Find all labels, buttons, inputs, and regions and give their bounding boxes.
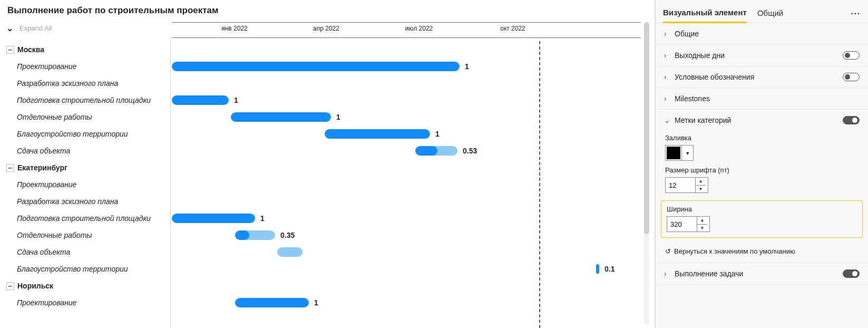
gantt-bar-progress	[415, 146, 437, 156]
section-common: › Общие	[656, 23, 868, 45]
gantt-bar-progress	[172, 214, 255, 223]
section-title: Метки категорий	[675, 116, 731, 124]
task-row[interactable]: Разработка эскизного плана	[6, 75, 170, 92]
toggle-weekends[interactable]	[843, 51, 860, 60]
section-title: Выходные дни	[675, 51, 725, 60]
visual-main: Выполнение работ по строительным проекта…	[0, 0, 655, 328]
stepper-icon[interactable]: ▲▼	[697, 217, 707, 231]
group-label: Екатеринбург	[17, 163, 67, 172]
gantt-bar[interactable]	[231, 112, 331, 122]
panel-tabs: Визуальный элемент Общий ···	[656, 0, 868, 23]
gantt-lane	[172, 176, 641, 193]
collapse-icon[interactable]: −	[6, 282, 14, 290]
gantt-bar[interactable]	[172, 214, 255, 223]
gantt-bar-progress	[325, 129, 430, 139]
collapse-icon[interactable]: −	[6, 164, 14, 172]
section-header-legend[interactable]: › Условные обозначения	[656, 66, 868, 88]
gantt-bar[interactable]	[596, 264, 599, 274]
gantt-lane	[172, 193, 641, 210]
bar-value-label: 0.53	[463, 146, 477, 156]
gantt-bar[interactable]	[172, 62, 460, 71]
font-size-value[interactable]	[666, 178, 695, 192]
collapse-icon[interactable]: −	[6, 46, 14, 54]
bar-value-label: 1	[234, 95, 238, 105]
section-header-category-labels[interactable]: ⌄ Метки категорий	[656, 110, 868, 131]
toggle-task-completion[interactable]	[843, 269, 860, 278]
task-row[interactable]: Сдача объекта	[6, 142, 170, 159]
gantt-bar[interactable]	[235, 298, 309, 307]
toggle-category-labels[interactable]	[843, 116, 860, 124]
bar-value-label: 1	[435, 129, 440, 139]
tab-general[interactable]: Общий	[757, 5, 783, 22]
chevron-right-icon: ›	[664, 94, 671, 103]
group-label: Норильск	[17, 282, 53, 290]
format-panel: Визуальный элемент Общий ··· › Общие › В…	[655, 0, 868, 328]
gantt-lane	[172, 159, 641, 176]
gantt-lane: 0.35	[172, 227, 641, 244]
font-size-label: Размер шрифта (пт)	[665, 166, 859, 174]
fill-color-picker[interactable]: ▾	[665, 145, 694, 161]
category-column: −МоскваПроектированиеРазработка эскизног…	[6, 38, 171, 328]
section-legend: › Условные обозначения	[656, 66, 868, 88]
section-body-width: Ширина ▲▼	[661, 200, 863, 238]
task-row[interactable]: Проектирование	[6, 294, 170, 311]
gantt-lane: 0.1	[172, 261, 641, 277]
section-header-weekends[interactable]: › Выходные дни	[656, 45, 868, 66]
chevron-right-icon: ›	[664, 269, 671, 278]
chart-title: Выполнение работ по строительным проекта…	[0, 0, 655, 19]
task-row[interactable]: Благоустройство территории	[6, 126, 170, 142]
gantt-bar[interactable]	[172, 95, 229, 105]
section-title: Условные обозначения	[675, 73, 754, 81]
font-size-input[interactable]: ▲▼	[665, 177, 708, 193]
bar-value-label: 0.35	[280, 230, 295, 240]
task-row[interactable]: Проектирование	[6, 58, 170, 75]
task-row[interactable]: Подготовка строительной площадки	[6, 92, 170, 109]
gantt-bar-progress	[235, 230, 249, 240]
gantt-bar[interactable]	[277, 247, 303, 257]
scroll-thumb[interactable]	[644, 22, 649, 234]
gantt-bar-progress	[235, 298, 309, 307]
task-row[interactable]: Отделочные работы	[6, 227, 170, 244]
chevron-right-icon: ›	[664, 73, 671, 81]
width-input[interactable]: ▲▼	[667, 216, 710, 232]
toggle-legend[interactable]	[843, 73, 860, 81]
task-row[interactable]: Благоустройство территории	[6, 261, 170, 277]
task-row[interactable]: Отделочные работы	[6, 109, 170, 126]
section-header-common[interactable]: › Общие	[656, 23, 868, 44]
gantt-lane	[172, 244, 641, 261]
undo-icon: ↺	[665, 247, 671, 255]
reset-defaults-link[interactable]: ↺ Вернуться к значениям по умолчанию	[656, 242, 868, 263]
gantt-lane: 1	[172, 92, 641, 109]
group-row[interactable]: −Москва	[6, 41, 170, 58]
axis-tick: июл 2022	[405, 25, 433, 32]
width-value[interactable]	[667, 217, 697, 231]
gantt-lane: 0.53	[172, 142, 641, 159]
gantt-lane	[172, 41, 641, 58]
scrollbar-vertical[interactable]	[644, 22, 649, 325]
stepper-icon[interactable]: ▲▼	[695, 178, 706, 192]
reset-label: Вернуться к значениям по умолчанию	[674, 247, 795, 255]
gantt-bar[interactable]	[415, 146, 457, 156]
task-row[interactable]: Проектирование	[6, 176, 170, 193]
chevron-right-icon: ›	[664, 30, 671, 38]
chevron-right-icon: ›	[664, 51, 671, 60]
group-row[interactable]: −Екатеринбург	[6, 159, 170, 176]
gantt-lane: 1	[172, 126, 641, 142]
section-weekends: › Выходные дни	[656, 45, 868, 66]
gantt-chart: янв 2022апр 2022июл 2022окт 2022 −Москва…	[6, 22, 641, 328]
section-header-task-completion[interactable]: › Выполнение задачи	[656, 263, 868, 284]
task-row[interactable]: Сдача объекта	[6, 244, 170, 261]
axis-tick: янв 2022	[221, 25, 248, 32]
gantt-bar[interactable]	[325, 129, 430, 139]
gantt-lane	[172, 277, 641, 294]
bar-value-label: 1	[336, 112, 340, 122]
gantt-bar[interactable]	[235, 230, 275, 240]
group-row[interactable]: −Норильск	[6, 277, 170, 294]
section-header-milestones[interactable]: › Milestones	[656, 88, 868, 109]
task-row[interactable]: Подготовка строительной площадки	[6, 210, 170, 227]
tab-visual[interactable]: Визуальный элемент	[663, 5, 747, 23]
more-options-icon[interactable]: ···	[851, 9, 861, 18]
task-row[interactable]: Разработка эскизного плана	[6, 193, 170, 210]
chevron-down-icon[interactable]: ▾	[681, 146, 693, 160]
timeline-axis: янв 2022апр 2022июл 2022окт 2022	[172, 22, 641, 38]
